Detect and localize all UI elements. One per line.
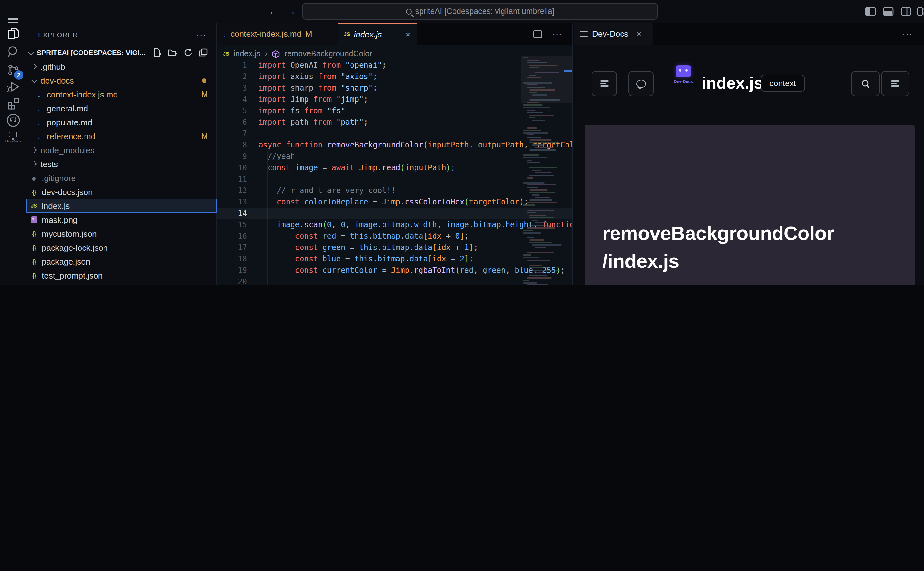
code-line-17[interactable]: 17 const green = this.bitmap.data[idx + … <box>216 242 572 253</box>
code-line-7[interactable]: 7 <box>216 128 572 139</box>
line-number: 9 <box>216 151 258 162</box>
new-file-icon[interactable] <box>153 48 162 57</box>
tab-context-index-md[interactable]: ↓ context-index.js.md M <box>216 23 338 45</box>
file-tree-item-populate.md[interactable]: ↓populate.md <box>26 115 216 129</box>
new-folder-icon[interactable] <box>168 48 177 57</box>
line-number: 6 <box>216 116 258 128</box>
github-activity-button[interactable] <box>3 111 23 129</box>
customize-layout-icon[interactable] <box>917 7 924 16</box>
context-chip[interactable]: context <box>760 75 805 92</box>
file-label: tests <box>40 159 58 169</box>
toggle-sidebar-icon[interactable] <box>865 7 876 16</box>
file-tree-item-.github[interactable]: .github <box>26 60 216 73</box>
devdocs-tab-bar: Dev-Docs × ··· <box>572 23 924 45</box>
file-tree-item-reference.md[interactable]: ↓reference.mdM <box>26 129 216 143</box>
forward-icon[interactable]: → <box>286 5 296 18</box>
explorer-activity-button[interactable] <box>3 25 23 43</box>
toggle-secondary-sidebar-icon[interactable] <box>901 7 912 16</box>
split-editor-icon[interactable] <box>533 30 542 38</box>
file-label: dev-docs.json <box>42 187 93 196</box>
extensions-icon <box>6 96 20 110</box>
devdocs-search-button[interactable] <box>851 71 880 96</box>
back-icon[interactable]: ← <box>269 5 278 18</box>
doc-heading: removeBackgroundColor /index.js <box>602 220 834 275</box>
code-line-13[interactable]: 13 const colorToReplace = Jimp.cssColorT… <box>216 196 572 208</box>
file-tree-item-tests[interactable]: tests <box>26 157 216 171</box>
devdocs-more-actions-icon[interactable]: ··· <box>902 29 913 39</box>
minimap[interactable] <box>523 57 564 286</box>
git-modified-dot <box>202 78 207 83</box>
refresh-icon[interactable] <box>184 48 193 57</box>
workspace-section-header[interactable]: SPRITEAI [CODESPACES: VIGI... <box>26 46 216 60</box>
devdocs-outline-button[interactable] <box>592 71 617 96</box>
file-label: package-lock.json <box>42 243 108 252</box>
code-line-19[interactable]: 19 const currentColor = Jimp.rgbaToInt(r… <box>216 265 572 276</box>
file-tree-item-dev-docs.json[interactable]: {}dev-docs.json <box>26 185 216 199</box>
code-line-18[interactable]: 18 const blue = this.bitmap.data[idx + 2… <box>216 253 572 265</box>
file-label: dev-docs <box>40 76 74 85</box>
toggle-panel-icon[interactable] <box>883 7 894 16</box>
search-activity-button[interactable] <box>3 43 23 61</box>
code-line-9[interactable]: 9 //yeah <box>216 151 572 162</box>
extensions-activity-button[interactable] <box>3 94 23 112</box>
code-line-6[interactable]: 6import path from "path"; <box>216 116 572 128</box>
debug-icon <box>6 80 20 94</box>
close-icon[interactable]: × <box>637 29 641 39</box>
source-control-activity-button[interactable]: 2 <box>3 62 23 79</box>
file-tree-item-general.md[interactable]: ↓general.md <box>26 101 216 115</box>
code-line-16[interactable]: 16 const red = this.bitmap.data[idx + 0]… <box>216 230 572 242</box>
code-line-10[interactable]: 10 const image = await Jimp.read(inputPa… <box>216 162 572 173</box>
file-tree-item-mycustom.json[interactable]: {}mycustom.json <box>26 227 216 241</box>
file-tree-item-dev-docs[interactable]: dev-docs <box>26 73 216 87</box>
code-line-20[interactable]: 20 <box>216 276 572 286</box>
file-tree-item-test_prompt.json[interactable]: {}test_prompt.json <box>26 269 216 282</box>
code-line-8[interactable]: 8async function removeBackgroundColor(in… <box>216 139 572 151</box>
breadcrumb-separator: › <box>265 49 267 58</box>
explorer-more-actions-icon[interactable]: ··· <box>196 30 216 40</box>
file-label: node_modules <box>40 145 95 155</box>
file-tree-item-node_modules[interactable]: node_modules <box>26 143 216 157</box>
json-icon: {} <box>30 230 38 237</box>
tab-devdocs[interactable]: Dev-Docs × <box>574 23 653 45</box>
chevron-down-icon <box>28 50 34 56</box>
file-tree-item-.gitignore[interactable]: ◆.gitignore <box>26 171 216 185</box>
file-label: package.json <box>42 257 90 266</box>
devdocs-menu-button[interactable] <box>881 71 909 96</box>
line-number: 15 <box>216 219 258 230</box>
devdocs-chat-button[interactable] <box>628 71 654 96</box>
code-line-2[interactable]: 2import axios from "axios"; <box>216 71 572 82</box>
file-label: test_prompt.json <box>42 271 103 280</box>
code-line-11[interactable]: 11 <box>216 173 572 185</box>
close-icon[interactable]: × <box>406 30 410 39</box>
breadcrumb-file[interactable]: index.js <box>234 49 261 58</box>
file-tree: .githubdev-docs↓context-index.js.mdM↓gen… <box>26 60 216 286</box>
indent-guide <box>286 230 286 286</box>
code-line-12[interactable]: 12 // r and t are very cool!! <box>216 185 572 196</box>
file-tree-item-mask.png[interactable]: mask.png <box>26 213 216 227</box>
file-tree-item-package.json[interactable]: {}package.json <box>26 255 216 269</box>
indent-guide <box>277 230 277 286</box>
search-value: spriteAI [Codespaces: vigilant umbrella] <box>415 7 554 16</box>
collapse-folders-icon[interactable] <box>199 48 208 57</box>
file-label: .gitignore <box>42 173 76 183</box>
editor-more-actions-icon[interactable]: ··· <box>552 29 562 39</box>
code-line-4[interactable]: 4import Jimp from "jimp"; <box>216 94 572 105</box>
list-icon <box>600 81 608 87</box>
file-tree-item-test.js[interactable]: JStest.js <box>26 282 216 286</box>
breadcrumb-symbol[interactable]: removeBackgroundColor <box>285 49 372 58</box>
command-center-search[interactable]: spriteAI [Codespaces: vigilant umbrella] <box>302 3 658 20</box>
workspace-title: SPRITEAI [CODESPACES: VIGI... <box>37 49 145 56</box>
breadcrumb[interactable]: JS index.js › removeBackgroundColor <box>223 48 372 60</box>
run-debug-activity-button[interactable] <box>3 78 23 96</box>
file-tree-item-index.js[interactable]: JSindex.js <box>26 199 216 213</box>
tab-index-js[interactable]: JS index.js × <box>338 23 417 45</box>
file-tree-item-package-lock.json[interactable]: {}package-lock.json <box>26 241 216 255</box>
code-line-1[interactable]: 1import OpenAI from "openai"; <box>216 60 572 71</box>
code-line-15[interactable]: 15 image.scan(0, 0, image.bitmap.width, … <box>216 219 572 230</box>
code-line-3[interactable]: 3import sharp from "sharp"; <box>216 82 572 94</box>
devdocs-activity-button[interactable]: Dev-Docs <box>3 128 23 146</box>
code-line-5[interactable]: 5import fs from "fs" <box>216 105 572 116</box>
file-tree-item-context-index.js.md[interactable]: ↓context-index.js.mdM <box>26 87 216 101</box>
code-line-14[interactable]: 14 <box>216 208 572 219</box>
code-editor[interactable]: 1import OpenAI from "openai";2import axi… <box>216 60 572 286</box>
